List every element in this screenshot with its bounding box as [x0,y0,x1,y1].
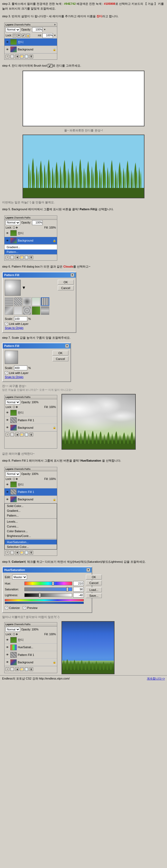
layer-row-jandi[interactable]: 👁 잔디 [4,38,57,46]
scale-input-1[interactable] [14,316,27,321]
dialog2-close[interactable]: ✕ [65,344,69,348]
layer-hue-final[interactable]: 👁 Hue/Satrati... [4,644,57,651]
edit-select[interactable]: Master [12,575,27,580]
adj-final[interactable]: ◑ [15,667,19,671]
pattern-cell-1[interactable] [5,297,13,306]
layer-jandi-s5[interactable]: 👁 잔디 [4,229,57,237]
cancel-btn-1[interactable]: Cancel [58,286,74,290]
mask-final[interactable]: ⬜ [10,667,14,671]
new-final[interactable]: 📄 [25,667,28,671]
sat-thumb[interactable] [66,587,68,591]
group-s5[interactable]: 📁 [20,256,24,259]
light-value-input[interactable] [73,593,84,597]
layer-mask-icon[interactable]: ⬜ [10,55,14,58]
menu-huesat-s8b[interactable]: Hue/Saturation... [5,540,57,545]
scale-input-2[interactable] [14,366,27,370]
group-final[interactable]: 📁 [20,667,24,671]
menu-solid-s8b[interactable]: Solid Color... [5,503,57,508]
menu-pattern-s8b[interactable]: Pattern... [5,513,57,518]
mask-s8b[interactable]: ⬜ [10,551,14,555]
ok-btn-1[interactable]: OK [58,280,74,284]
hue-sat-close[interactable]: ✕ [87,568,90,572]
pattern-cell-8[interactable] [23,306,31,315]
preview-cb[interactable]: ✓ [23,606,26,610]
mask-s8a[interactable]: ⬜ [10,433,14,436]
snap-to-origin-link-1[interactable]: Snap to Origin [5,326,23,330]
adj-s8a[interactable]: ◑ [15,433,19,436]
mode-select-final[interactable]: Normal [6,627,20,632]
layer-new-icon[interactable]: 📄 [25,55,28,58]
pattern-cell-9[interactable] [32,306,40,315]
link-layer-cb-1[interactable]: ✓ [5,322,8,326]
menu-colorbalance-s8b[interactable]: Color Balance... [5,529,57,533]
snap-to-origin-link-2[interactable]: Snap to Origin [5,375,23,378]
layer-group-icon[interactable]: 📁 [20,55,24,58]
layer-row-background[interactable]: 👁 Background 🔒 [4,46,57,53]
fill-input[interactable] [42,33,53,38]
layer-bg-final[interactable]: 👁 Background 🔒 [4,658,57,666]
del-final[interactable]: 🗑 [29,667,33,671]
ok-btn-hs[interactable]: OK [86,575,102,580]
layer-jandi-s8b[interactable]: 👁 잔디 [4,481,57,488]
layer-jandi-final[interactable]: 👁 잔디 [4,636,57,644]
layer-pattern-final[interactable]: 👁 Pattern Fill 1 [4,651,57,658]
hue-thumb[interactable] [52,581,54,586]
layer-bg-s5[interactable]: 👁 Background 🔒 [4,237,57,245]
pattern-cell-7[interactable] [14,306,22,315]
menu-brightness-s8b[interactable]: Brightness/Contr... [5,533,57,538]
menu-gradient-s5[interactable]: Gradient... [4,245,57,250]
menu-curves-s8b[interactable]: Curves... [5,524,57,529]
pattern-dropdown-btn[interactable]: ▼ [22,285,26,290]
fx-s5[interactable]: f [6,256,9,259]
opacity-s5[interactable] [32,220,43,225]
layer-mode-select[interactable]: Normal [6,27,20,32]
layer-jandi-s8a[interactable]: 👁 잔디 [4,409,57,416]
hue-track[interactable] [24,582,72,585]
pattern-cell-4[interactable] [32,297,40,306]
hue-value-input[interactable] [73,581,84,586]
sat-track[interactable] [24,587,72,591]
menu-pattern-s5[interactable]: Pattern... [4,250,57,254]
pattern-cell-10[interactable] [41,306,49,315]
del-s5[interactable]: 🗑 [29,256,33,259]
mask-s5[interactable]: ⬜ [10,256,14,259]
colorize-cb[interactable]: ✓ [5,606,8,610]
new-s8a[interactable]: 📄 [25,433,28,436]
del-s8b[interactable]: 🗑 [29,551,33,555]
adj-s5[interactable]: ◑ [15,256,19,259]
mode-select-s5[interactable]: Normal [6,220,20,225]
ok-btn-2[interactable]: OK [53,351,68,355]
opacity-input[interactable] [32,27,43,32]
new-s5[interactable]: 📄 [25,256,28,259]
pattern-cell-3[interactable] [23,297,31,306]
cancel-btn-2[interactable]: Cancel [53,356,68,361]
link-layer-cb-2[interactable]: ✓ [5,371,8,375]
layer-delete-icon[interactable]: 🗑 [29,55,33,58]
mode-select-s8b[interactable]: Normal [6,472,20,476]
menu-levels-s8b[interactable]: Levels... [5,519,57,524]
layer-bg-s8a[interactable]: 👁 Background 🔒 [4,424,57,431]
mode-select-s8a[interactable]: Normal [6,400,20,405]
dialog1-close[interactable]: ✕ [70,273,74,277]
light-track[interactable] [24,593,72,597]
layer-fx-icon[interactable]: f [6,55,9,58]
pattern-cell-5-selected[interactable] [41,297,49,306]
layer-bg-s8b[interactable]: 👁 Background 🔒 [4,496,57,503]
group-s8a[interactable]: 📁 [20,433,24,436]
menu-selective-s8b[interactable]: Selective Color... [5,545,57,549]
fx-s8a[interactable]: f [6,433,9,436]
footer-nav[interactable]: 계속합니다~> [147,677,165,681]
group-s8b[interactable]: 📁 [20,551,24,555]
new-s8b[interactable]: 📄 [25,551,28,555]
light-thumb[interactable] [39,593,41,597]
sat-value-input[interactable] [73,587,84,592]
menu-gradient-s8b[interactable]: Gradient... [5,508,57,513]
del-s8a[interactable]: 🗑 [29,433,33,436]
pattern-cell-6[interactable] [5,306,13,315]
layer-pattern-s8a[interactable]: 👁 Pattern Fill 1 [4,416,57,424]
load-btn-hs[interactable]: Load... [86,587,102,592]
fx-final[interactable]: f [6,667,9,671]
save-btn-hs[interactable]: Save... [86,593,102,598]
pattern-cell-2[interactable] [14,297,22,306]
fx-s8b[interactable]: f [6,551,9,555]
